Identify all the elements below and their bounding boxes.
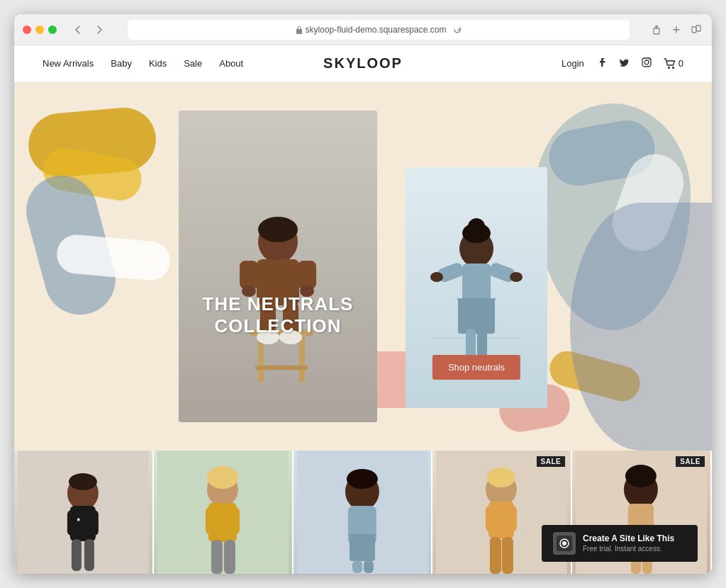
share-icon[interactable] bbox=[649, 23, 664, 37]
svg-point-34 bbox=[430, 272, 443, 282]
minimize-button[interactable] bbox=[35, 26, 44, 34]
child-sitting-illustration bbox=[179, 111, 377, 422]
hero-content: THE NEUTRALS COLLECTION bbox=[14, 82, 712, 451]
product-image-2 bbox=[154, 451, 292, 574]
product-image-1: ★ bbox=[14, 451, 152, 574]
nav-baby[interactable]: Baby bbox=[111, 58, 132, 69]
svg-point-74 bbox=[625, 465, 657, 487]
hero-section: THE NEUTRALS COLLECTION bbox=[14, 82, 712, 451]
nav-about[interactable]: About bbox=[219, 58, 243, 69]
twitter-icon[interactable] bbox=[618, 57, 630, 71]
product-item-1[interactable]: ★ bbox=[14, 451, 154, 574]
close-button[interactable] bbox=[23, 26, 31, 34]
squarespace-promo-bar[interactable]: Create A Site Like This Free trial. Inst… bbox=[542, 525, 698, 562]
svg-rect-31 bbox=[458, 298, 495, 334]
svg-rect-1 bbox=[654, 28, 659, 34]
svg-rect-2 bbox=[692, 27, 696, 33]
window-icon[interactable] bbox=[689, 23, 703, 37]
instagram-icon[interactable] bbox=[641, 57, 652, 71]
svg-point-59 bbox=[346, 469, 377, 489]
hero-headline-overlay: THE NEUTRALS COLLECTION bbox=[179, 293, 377, 337]
hero-headline: THE NEUTRALS COLLECTION bbox=[179, 293, 377, 337]
svg-rect-55 bbox=[211, 540, 223, 574]
svg-rect-61 bbox=[349, 534, 374, 561]
svg-rect-54 bbox=[228, 507, 240, 534]
svg-rect-56 bbox=[224, 540, 235, 574]
svg-rect-63 bbox=[363, 560, 373, 573]
site-content: New Arrivals Baby Kids Sale About SKYLOO… bbox=[14, 45, 712, 574]
hero-photo-left: THE NEUTRALS COLLECTION bbox=[179, 111, 377, 422]
browser-controls bbox=[69, 21, 108, 38]
product-image-3 bbox=[294, 451, 432, 574]
nav-new-arrivals[interactable]: New Arrivals bbox=[43, 58, 94, 69]
sale-badge-5: SALE bbox=[676, 456, 705, 467]
lock-icon bbox=[296, 26, 303, 34]
svg-rect-47 bbox=[72, 539, 82, 571]
cart-icon[interactable]: 0 bbox=[664, 58, 683, 69]
svg-point-8 bbox=[672, 67, 674, 69]
svg-rect-70 bbox=[490, 537, 501, 574]
address-bar[interactable]: skyloop-fluid-demo.squarespace.com bbox=[128, 20, 630, 40]
new-tab-icon[interactable] bbox=[669, 23, 683, 37]
photo-left-bg bbox=[179, 111, 377, 422]
svg-rect-48 bbox=[84, 539, 94, 571]
promo-text: Create A Site Like This Free trial. Inst… bbox=[583, 533, 674, 555]
svg-rect-17 bbox=[240, 261, 258, 289]
svg-rect-53 bbox=[206, 507, 217, 534]
maximize-button[interactable] bbox=[48, 26, 57, 34]
nav-sale[interactable]: Sale bbox=[184, 58, 202, 69]
promo-subtitle: Free trial. Instant access. bbox=[583, 544, 674, 554]
browser-window: skyloop-fluid-demo.squarespace.com New A… bbox=[14, 14, 712, 574]
svg-rect-46 bbox=[89, 510, 99, 536]
promo-title: Create A Site Like This bbox=[583, 533, 674, 545]
site-logo: SKYLOOP bbox=[256, 55, 469, 72]
svg-point-51 bbox=[207, 466, 238, 489]
svg-point-5 bbox=[644, 60, 649, 64]
nav-left: New Arrivals Baby Kids Sale About bbox=[43, 58, 256, 69]
product-grid: ★ bbox=[14, 451, 712, 574]
svg-rect-71 bbox=[502, 537, 513, 574]
svg-rect-13 bbox=[255, 366, 308, 370]
product-item-2[interactable] bbox=[154, 451, 294, 574]
reload-icon[interactable] bbox=[453, 26, 462, 34]
svg-rect-69 bbox=[506, 506, 517, 531]
svg-rect-0 bbox=[296, 29, 302, 34]
svg-point-6 bbox=[649, 59, 650, 60]
hero-headline-line2: COLLECTION bbox=[215, 315, 342, 337]
svg-point-35 bbox=[510, 272, 523, 282]
nav-kids[interactable]: Kids bbox=[149, 58, 167, 69]
sale-badge-4: SALE bbox=[537, 456, 566, 467]
svg-point-66 bbox=[487, 468, 515, 487]
svg-rect-18 bbox=[298, 261, 316, 289]
svg-point-29 bbox=[468, 218, 485, 235]
browser-titlebar: skyloop-fluid-demo.squarespace.com bbox=[14, 14, 712, 45]
svg-point-7 bbox=[668, 67, 670, 69]
facebook-icon[interactable] bbox=[596, 57, 607, 71]
squarespace-icon bbox=[557, 536, 572, 551]
svg-rect-45 bbox=[67, 510, 77, 536]
svg-point-42 bbox=[69, 473, 97, 490]
cart-count: 0 bbox=[678, 58, 683, 69]
browser-actions bbox=[649, 23, 703, 37]
product-item-3[interactable] bbox=[294, 451, 433, 574]
svg-rect-3 bbox=[696, 26, 700, 31]
nav-login[interactable]: Login bbox=[562, 58, 584, 69]
hero-photo-right: Shop neutrals bbox=[406, 167, 547, 408]
forward-button[interactable] bbox=[91, 21, 108, 38]
back-button[interactable] bbox=[69, 21, 86, 38]
svg-rect-68 bbox=[486, 506, 497, 531]
url-text: skyloop-fluid-demo.squarespace.com bbox=[306, 25, 447, 35]
svg-rect-62 bbox=[352, 560, 362, 573]
svg-rect-12 bbox=[299, 336, 305, 382]
svg-rect-30 bbox=[462, 264, 491, 303]
site-nav: New Arrivals Baby Kids Sale About SKYLOO… bbox=[14, 45, 712, 82]
squarespace-logo-icon bbox=[553, 532, 576, 555]
traffic-lights bbox=[23, 26, 57, 34]
svg-point-15 bbox=[258, 217, 298, 242]
shop-neutrals-button[interactable]: Shop neutrals bbox=[432, 355, 520, 380]
svg-rect-26 bbox=[434, 337, 519, 339]
hero-headline-line1: THE NEUTRALS bbox=[203, 293, 354, 315]
nav-right: Login 0 bbox=[470, 57, 683, 71]
